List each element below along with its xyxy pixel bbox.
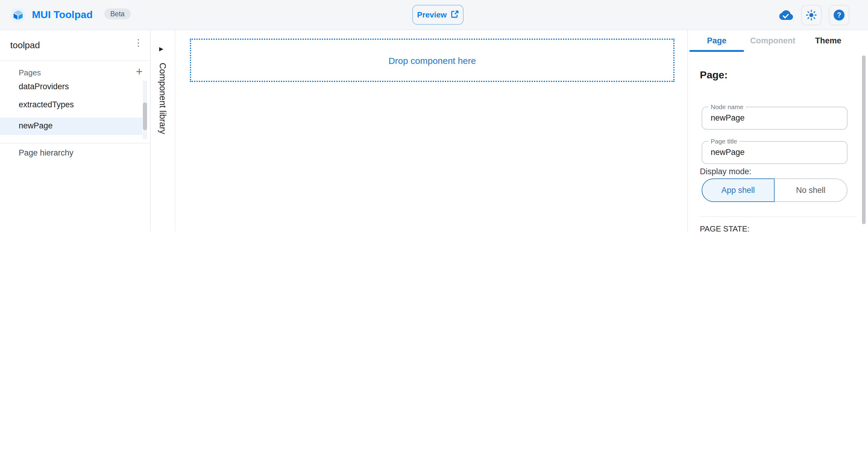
node-name-value: newPage — [711, 113, 745, 122]
pages-scrollbar-track[interactable] — [143, 81, 147, 139]
display-mode-no-shell[interactable]: No shell — [775, 179, 847, 202]
toolpad-logo-icon — [10, 7, 26, 25]
svg-text:?: ? — [837, 11, 841, 19]
expand-library-icon[interactable]: ▶ — [159, 46, 163, 52]
help-button[interactable]: ? — [829, 5, 849, 25]
dropzone-label: Drop component here — [389, 55, 476, 65]
cloud-synced-icon — [777, 9, 794, 21]
beta-badge: Beta — [104, 8, 130, 19]
tab-component[interactable]: Component — [744, 36, 802, 45]
page-heading: Page: — [700, 69, 728, 82]
node-name-field[interactable]: Node name newPage — [702, 107, 847, 130]
sidebar-item-dataproviders[interactable]: dataProviders — [19, 82, 69, 91]
toolpad-app: MUI Toolpad Beta Preview — [0, 0, 868, 232]
tab-page[interactable]: Page — [689, 36, 744, 45]
page-state-label: PAGE STATE: — [700, 224, 749, 232]
page-title-field[interactable]: Page title newPage — [702, 141, 847, 164]
sidebar-item-newpage[interactable]: newPage — [19, 121, 53, 130]
component-library-label: Component library — [158, 63, 167, 134]
divider — [700, 216, 857, 217]
page-title-value: newPage — [711, 148, 745, 157]
page-hierarchy-label[interactable]: Page hierarchy — [19, 148, 73, 157]
page-title-label: Page title — [708, 137, 740, 145]
pages-section-label: Pages — [19, 68, 41, 77]
divider — [0, 60, 151, 61]
preview-button-label: Preview — [417, 10, 447, 19]
add-page-button[interactable]: + — [133, 66, 146, 79]
divider — [0, 143, 151, 144]
pages-scrollbar-thumb[interactable] — [143, 102, 147, 130]
inspector-panel: Page Component Theme Page: Node name new… — [687, 30, 868, 232]
component-library-strip[interactable]: ▶ Component library — [151, 30, 176, 232]
active-tab-underline — [689, 50, 744, 52]
tab-theme[interactable]: Theme — [802, 36, 855, 45]
sidebar-item-extractedtypes[interactable]: extractedTypes — [19, 100, 74, 109]
display-mode-app-shell[interactable]: App shell — [702, 179, 775, 202]
explorer-sidebar: toolpad ⋮ Pages + dataProviders extracte… — [0, 30, 151, 232]
open-in-new-icon — [451, 10, 459, 20]
canvas-dropzone[interactable]: Drop component here — [190, 38, 675, 82]
display-mode-label: Display mode: — [700, 167, 751, 176]
app-header: MUI Toolpad Beta Preview — [0, 0, 868, 30]
preview-button[interactable]: Preview — [412, 5, 464, 25]
node-name-label: Node name — [708, 103, 746, 110]
project-name: toolpad — [10, 40, 40, 50]
project-menu-kebab-icon[interactable]: ⋮ — [134, 37, 144, 48]
sun-icon — [806, 10, 817, 21]
theme-toggle-button[interactable] — [801, 5, 822, 25]
help-icon: ? — [833, 9, 845, 21]
inspector-scrollbar-thumb[interactable] — [862, 56, 866, 224]
app-title: MUI Toolpad — [32, 9, 93, 21]
